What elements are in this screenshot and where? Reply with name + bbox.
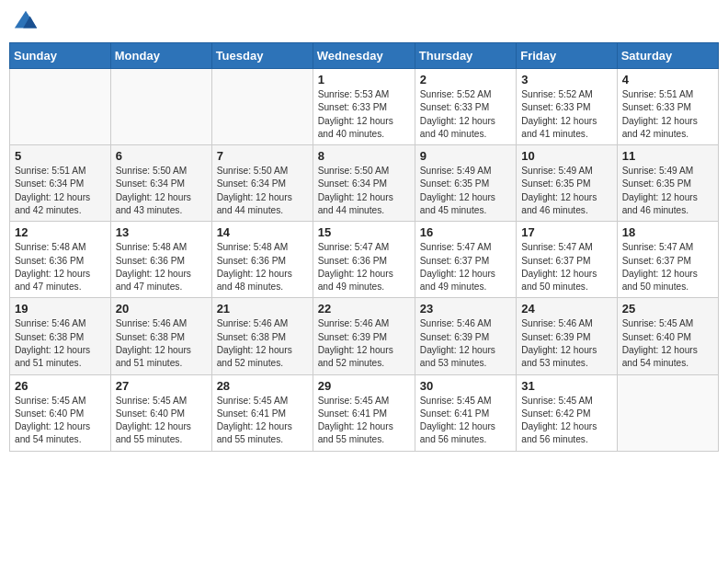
- day-info: Sunrise: 5:48 AM Sunset: 6:36 PM Dayligh…: [217, 241, 308, 293]
- day-info: Sunrise: 5:50 AM Sunset: 6:34 PM Dayligh…: [217, 165, 308, 217]
- day-number: 5: [15, 149, 106, 163]
- calendar-cell: 9Sunrise: 5:49 AM Sunset: 6:35 PM Daylig…: [415, 145, 516, 222]
- calendar-header-thursday: Thursday: [415, 43, 516, 69]
- logo: [13, 9, 42, 35]
- calendar-cell: 27Sunrise: 5:45 AM Sunset: 6:40 PM Dayli…: [110, 374, 211, 451]
- day-number: 18: [622, 225, 713, 239]
- calendar-cell: 25Sunrise: 5:45 AM Sunset: 6:40 PM Dayli…: [617, 298, 718, 374]
- day-info: Sunrise: 5:45 AM Sunset: 6:40 PM Dayligh…: [622, 317, 713, 370]
- day-number: 14: [217, 225, 308, 239]
- calendar-header-tuesday: Tuesday: [211, 43, 313, 69]
- day-info: Sunrise: 5:47 AM Sunset: 6:37 PM Dayligh…: [420, 241, 511, 293]
- day-info: Sunrise: 5:45 AM Sunset: 6:41 PM Dayligh…: [217, 395, 308, 447]
- calendar-cell: 8Sunrise: 5:50 AM Sunset: 6:34 PM Daylig…: [313, 145, 415, 222]
- calendar-cell: 18Sunrise: 5:47 AM Sunset: 6:37 PM Dayli…: [617, 222, 718, 298]
- day-number: 21: [217, 302, 308, 316]
- day-number: 17: [521, 225, 611, 239]
- calendar-cell: [10, 69, 111, 145]
- calendar-header-monday: Monday: [110, 43, 211, 69]
- day-info: Sunrise: 5:45 AM Sunset: 6:40 PM Dayligh…: [15, 395, 106, 447]
- calendar-cell: 12Sunrise: 5:48 AM Sunset: 6:36 PM Dayli…: [10, 222, 111, 298]
- calendar-cell: 16Sunrise: 5:47 AM Sunset: 6:37 PM Dayli…: [415, 222, 516, 298]
- day-number: 31: [521, 379, 611, 393]
- calendar-cell: 14Sunrise: 5:48 AM Sunset: 6:36 PM Dayli…: [211, 222, 313, 298]
- day-number: 29: [318, 379, 410, 393]
- day-number: 28: [217, 379, 308, 393]
- calendar-cell: 15Sunrise: 5:47 AM Sunset: 6:36 PM Dayli…: [313, 222, 415, 298]
- day-number: 9: [420, 149, 511, 163]
- day-number: 11: [622, 149, 713, 163]
- day-info: Sunrise: 5:51 AM Sunset: 6:34 PM Dayligh…: [15, 165, 106, 217]
- day-info: Sunrise: 5:45 AM Sunset: 6:41 PM Dayligh…: [420, 395, 511, 447]
- day-number: 26: [15, 379, 106, 393]
- day-info: Sunrise: 5:49 AM Sunset: 6:35 PM Dayligh…: [622, 165, 713, 217]
- calendar-cell: 29Sunrise: 5:45 AM Sunset: 6:41 PM Dayli…: [313, 374, 415, 451]
- calendar-header-row: SundayMondayTuesdayWednesdayThursdayFrid…: [10, 43, 719, 69]
- calendar-cell: 4Sunrise: 5:51 AM Sunset: 6:33 PM Daylig…: [617, 69, 718, 145]
- day-info: Sunrise: 5:46 AM Sunset: 6:39 PM Dayligh…: [420, 317, 511, 370]
- calendar-cell: 23Sunrise: 5:46 AM Sunset: 6:39 PM Dayli…: [415, 298, 516, 374]
- day-info: Sunrise: 5:45 AM Sunset: 6:41 PM Dayligh…: [318, 395, 410, 447]
- day-number: 24: [521, 302, 611, 316]
- day-info: Sunrise: 5:46 AM Sunset: 6:39 PM Dayligh…: [521, 317, 611, 370]
- day-info: Sunrise: 5:48 AM Sunset: 6:36 PM Dayligh…: [15, 241, 106, 293]
- day-info: Sunrise: 5:49 AM Sunset: 6:35 PM Dayligh…: [521, 165, 611, 217]
- calendar-week-row: 19Sunrise: 5:46 AM Sunset: 6:38 PM Dayli…: [10, 298, 719, 374]
- calendar-cell: 20Sunrise: 5:46 AM Sunset: 6:38 PM Dayli…: [110, 298, 211, 374]
- day-number: 27: [116, 379, 207, 393]
- day-info: Sunrise: 5:47 AM Sunset: 6:37 PM Dayligh…: [622, 241, 713, 293]
- day-info: Sunrise: 5:53 AM Sunset: 6:33 PM Dayligh…: [318, 88, 410, 141]
- calendar-week-row: 26Sunrise: 5:45 AM Sunset: 6:40 PM Dayli…: [10, 374, 719, 451]
- day-info: Sunrise: 5:50 AM Sunset: 6:34 PM Dayligh…: [116, 165, 207, 217]
- day-number: 1: [318, 73, 410, 86]
- calendar-header-sunday: Sunday: [10, 43, 111, 69]
- calendar-cell: 10Sunrise: 5:49 AM Sunset: 6:35 PM Dayli…: [517, 145, 617, 222]
- day-number: 22: [318, 302, 410, 316]
- day-info: Sunrise: 5:52 AM Sunset: 6:33 PM Dayligh…: [420, 88, 511, 141]
- day-number: 15: [318, 225, 410, 239]
- day-info: Sunrise: 5:50 AM Sunset: 6:34 PM Dayligh…: [318, 165, 410, 217]
- calendar-cell: 31Sunrise: 5:45 AM Sunset: 6:42 PM Dayli…: [517, 374, 617, 451]
- day-number: 12: [15, 225, 106, 239]
- calendar-cell: 1Sunrise: 5:53 AM Sunset: 6:33 PM Daylig…: [313, 69, 415, 145]
- calendar-cell: [211, 69, 313, 145]
- calendar-cell: 5Sunrise: 5:51 AM Sunset: 6:34 PM Daylig…: [10, 145, 111, 222]
- calendar-cell: 19Sunrise: 5:46 AM Sunset: 6:38 PM Dayli…: [10, 298, 111, 374]
- calendar-header-saturday: Saturday: [617, 43, 718, 69]
- day-number: 8: [318, 149, 410, 163]
- calendar-week-row: 5Sunrise: 5:51 AM Sunset: 6:34 PM Daylig…: [10, 145, 719, 222]
- day-info: Sunrise: 5:48 AM Sunset: 6:36 PM Dayligh…: [116, 241, 207, 293]
- day-info: Sunrise: 5:46 AM Sunset: 6:38 PM Dayligh…: [217, 317, 308, 370]
- day-info: Sunrise: 5:51 AM Sunset: 6:33 PM Dayligh…: [622, 88, 713, 141]
- day-info: Sunrise: 5:49 AM Sunset: 6:35 PM Dayligh…: [420, 165, 511, 217]
- calendar-cell: 6Sunrise: 5:50 AM Sunset: 6:34 PM Daylig…: [110, 145, 211, 222]
- day-number: 2: [420, 73, 511, 86]
- day-number: 6: [116, 149, 207, 163]
- day-info: Sunrise: 5:46 AM Sunset: 6:39 PM Dayligh…: [318, 317, 410, 370]
- day-number: 13: [116, 225, 207, 239]
- page-header: [9, 9, 719, 35]
- day-info: Sunrise: 5:47 AM Sunset: 6:36 PM Dayligh…: [318, 241, 410, 293]
- day-info: Sunrise: 5:46 AM Sunset: 6:38 PM Dayligh…: [15, 317, 106, 370]
- calendar-cell: 17Sunrise: 5:47 AM Sunset: 6:37 PM Dayli…: [517, 222, 617, 298]
- day-number: 20: [116, 302, 207, 316]
- day-number: 10: [521, 149, 611, 163]
- calendar-week-row: 12Sunrise: 5:48 AM Sunset: 6:36 PM Dayli…: [10, 222, 719, 298]
- day-number: 16: [420, 225, 511, 239]
- calendar-cell: 7Sunrise: 5:50 AM Sunset: 6:34 PM Daylig…: [211, 145, 313, 222]
- day-info: Sunrise: 5:45 AM Sunset: 6:40 PM Dayligh…: [116, 395, 207, 447]
- calendar-cell: 24Sunrise: 5:46 AM Sunset: 6:39 PM Dayli…: [517, 298, 617, 374]
- calendar-cell: 26Sunrise: 5:45 AM Sunset: 6:40 PM Dayli…: [10, 374, 111, 451]
- calendar-cell: 2Sunrise: 5:52 AM Sunset: 6:33 PM Daylig…: [415, 69, 516, 145]
- logo-icon: [13, 9, 39, 35]
- calendar-cell: 21Sunrise: 5:46 AM Sunset: 6:38 PM Dayli…: [211, 298, 313, 374]
- calendar-cell: 3Sunrise: 5:52 AM Sunset: 6:33 PM Daylig…: [517, 69, 617, 145]
- calendar-cell: 13Sunrise: 5:48 AM Sunset: 6:36 PM Dayli…: [110, 222, 211, 298]
- day-number: 30: [420, 379, 511, 393]
- calendar-cell: 22Sunrise: 5:46 AM Sunset: 6:39 PM Dayli…: [313, 298, 415, 374]
- day-number: 25: [622, 302, 713, 316]
- day-number: 23: [420, 302, 511, 316]
- day-info: Sunrise: 5:46 AM Sunset: 6:38 PM Dayligh…: [116, 317, 207, 370]
- calendar-table: SundayMondayTuesdayWednesdayThursdayFrid…: [9, 42, 719, 452]
- calendar-cell: 30Sunrise: 5:45 AM Sunset: 6:41 PM Dayli…: [415, 374, 516, 451]
